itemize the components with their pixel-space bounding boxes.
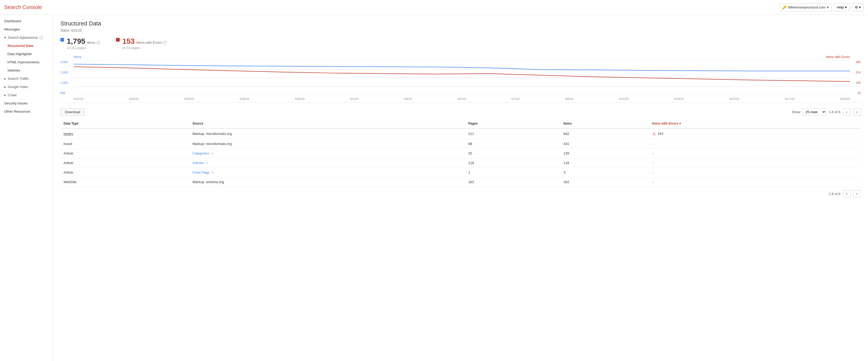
next-page-button[interactable]: › bbox=[853, 108, 861, 116]
sidebar-item-security-issues[interactable]: Security Issues bbox=[0, 99, 53, 107]
page-info: 1-6 of 6 bbox=[829, 110, 840, 114]
error-count: 153 bbox=[657, 132, 663, 136]
y-label-210: 210 bbox=[850, 71, 861, 74]
table-row: hcard Markup: microformats.org 98 431 – bbox=[60, 139, 861, 149]
items-help-icon[interactable]: ? bbox=[96, 41, 100, 45]
cell-source: Front Page ✎ bbox=[189, 168, 465, 177]
sidebar-item-search-appearance[interactable]: ▾ Search Appearance i bbox=[0, 33, 53, 41]
y-label-500: 500 bbox=[60, 91, 73, 94]
cell-items: 942 bbox=[560, 128, 649, 139]
cell-data-type: hcard bbox=[60, 139, 189, 149]
data-type-link[interactable]: hentry bbox=[64, 132, 73, 136]
cell-items: 3 bbox=[560, 168, 649, 177]
sidebar-item-google-index[interactable]: ▸ Google Index bbox=[0, 83, 53, 91]
x-label-0: 5/22/15 bbox=[73, 97, 84, 101]
cell-source: Articles ✎ bbox=[189, 158, 465, 168]
cell-pages: 118 bbox=[465, 158, 560, 168]
cell-source: Categories ✎ bbox=[189, 149, 465, 158]
x-label-9: 6/9/15 bbox=[565, 97, 573, 101]
bottom-next-button[interactable]: › bbox=[853, 190, 861, 197]
col-items: Items bbox=[560, 119, 649, 128]
no-error: – bbox=[652, 142, 654, 146]
col-source: Source bbox=[189, 119, 465, 128]
source-link-categories[interactable]: Categories bbox=[192, 151, 209, 155]
sidebar-item-data-highlighter[interactable]: Data Highlighter bbox=[0, 50, 53, 58]
cell-source: Markup: schema.org bbox=[189, 177, 465, 187]
table-row: WebSite Markup: schema.org 162 162 – bbox=[60, 177, 861, 187]
sidebar-item-label: Security Issues bbox=[4, 101, 28, 105]
col-errors: Items with Errors ▾ bbox=[649, 119, 861, 128]
chart-container: Items Items with Errors 2,000 1,500 1,00… bbox=[60, 55, 861, 103]
x-label-6: 6/3/15 bbox=[404, 97, 412, 101]
errors-col-label: Items with Errors bbox=[652, 122, 678, 126]
header-right: 🔑 tillthemoneyrunsout.com ▾ Help ▾ ⚙ ▾ bbox=[779, 3, 864, 11]
x-label-10: 6/11/15 bbox=[619, 97, 629, 101]
bottom-prev-button[interactable]: ‹ bbox=[843, 190, 850, 197]
sidebar-item-html-improvements[interactable]: HTML Improvements bbox=[0, 58, 53, 66]
sidebar-item-label: Data Highlighter bbox=[7, 52, 32, 56]
errors-count: 153 bbox=[122, 37, 135, 46]
cell-data-type: Article bbox=[60, 149, 189, 158]
items-stat-content: 1,795 Items ? on 211 pages bbox=[67, 37, 100, 50]
sidebar-item-label: Search Traffic bbox=[8, 77, 29, 81]
page-title: Structured Data bbox=[60, 20, 861, 27]
status-line: Status: 6/21/15 bbox=[60, 29, 861, 32]
sidebar-item-label: Messages bbox=[4, 27, 20, 31]
pagination-controls: Show 25 rows 50 rows 100 rows 1-6 of 6 ‹… bbox=[792, 108, 861, 116]
expand-icon: ▸ bbox=[4, 93, 6, 97]
items-label: Items ? bbox=[87, 40, 100, 45]
cell-pages: 162 bbox=[465, 177, 560, 187]
help-button[interactable]: Help ▾ bbox=[834, 3, 850, 11]
info-icon[interactable]: i bbox=[39, 36, 43, 39]
errors-stat: 153 Items with Errors ? on 53 pages bbox=[116, 37, 167, 50]
rows-select[interactable]: 25 rows 50 rows 100 rows bbox=[802, 108, 826, 116]
sidebar-item-label: Google Index bbox=[8, 85, 28, 89]
cell-errors: – bbox=[649, 158, 861, 168]
edit-icon[interactable]: ✎ bbox=[211, 152, 214, 155]
cell-data-type: Article bbox=[60, 158, 189, 168]
sidebar-item-messages[interactable]: Messages bbox=[0, 25, 53, 33]
cell-pages: 98 bbox=[465, 139, 560, 149]
sidebar-item-other-resources[interactable]: Other Resources bbox=[0, 107, 53, 116]
prev-page-button[interactable]: ‹ bbox=[843, 108, 850, 116]
sidebar-item-label: Search Appearance bbox=[8, 35, 38, 39]
cell-items: 431 bbox=[560, 139, 649, 149]
errors-stat-content: 153 Items with Errors ? on 53 pages bbox=[122, 37, 167, 50]
help-chevron-icon: ▾ bbox=[845, 5, 847, 9]
sidebar-item-search-traffic[interactable]: ▸ Search Traffic bbox=[0, 75, 53, 83]
sidebar-item-dashboard[interactable]: Dashboard bbox=[0, 17, 53, 25]
domain-icon: 🔑 bbox=[782, 5, 786, 9]
source-link-frontpage[interactable]: Front Page bbox=[192, 170, 210, 174]
sort-icon[interactable]: ▾ bbox=[679, 122, 681, 126]
show-label: Show bbox=[792, 110, 801, 114]
items-color-indicator bbox=[60, 38, 64, 41]
source-link-articles[interactable]: Articles bbox=[192, 161, 204, 165]
domain-selector[interactable]: 🔑 tillthemoneyrunsout.com ▾ bbox=[779, 3, 832, 11]
errors-help-icon[interactable]: ? bbox=[163, 41, 167, 45]
edit-icon[interactable]: ✎ bbox=[206, 161, 208, 165]
download-button[interactable]: Download bbox=[60, 108, 85, 116]
edit-icon[interactable]: ✎ bbox=[212, 171, 214, 174]
sidebar-item-label: Crawl bbox=[8, 93, 17, 97]
y-label-2000: 2,000 bbox=[60, 60, 73, 64]
header-left: Search Console bbox=[4, 4, 42, 10]
sidebar-item-sitelinks[interactable]: Sitelinks bbox=[0, 66, 53, 75]
col-pages: Pages bbox=[465, 119, 560, 128]
app-title[interactable]: Search Console bbox=[4, 4, 42, 10]
cell-errors: – bbox=[649, 149, 861, 158]
no-error: – bbox=[652, 170, 654, 174]
x-label-4: 5/30/15 bbox=[295, 97, 305, 101]
show-rows-control: Show 25 rows 50 rows 100 rows bbox=[792, 108, 826, 116]
settings-button[interactable]: ⚙ ▾ bbox=[852, 3, 864, 11]
domain-chevron-icon: ▾ bbox=[827, 5, 829, 9]
expand-icon: ▸ bbox=[4, 85, 6, 89]
no-error: – bbox=[652, 180, 654, 184]
cell-data-type: Article bbox=[60, 168, 189, 177]
chart-x-labels: 5/22/15 5/24/15 5/26/15 5/28/15 5/30/15 … bbox=[73, 95, 850, 103]
sidebar-item-structured-data[interactable]: Structured Data bbox=[0, 41, 53, 50]
no-error: – bbox=[652, 151, 654, 155]
sidebar-item-crawl[interactable]: ▸ Crawl bbox=[0, 91, 53, 99]
stats-row: 1,795 Items ? on 211 pages 153 Ite bbox=[60, 37, 861, 50]
sidebar-item-label: HTML Improvements bbox=[7, 60, 39, 64]
cell-data-type: hentry bbox=[60, 128, 189, 139]
